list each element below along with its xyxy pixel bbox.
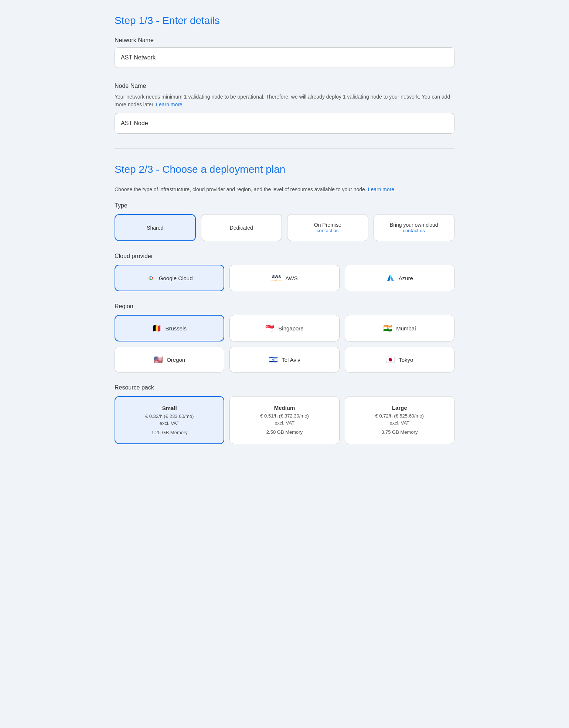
node-name-label: Node Name: [115, 83, 454, 89]
cloud-provider-label: Cloud provider: [115, 253, 454, 260]
medium-vat: excl. VAT: [275, 420, 294, 426]
step2-section: Step 2/3 - Choose a deployment plan Choo…: [115, 164, 454, 444]
resource-pack-options: Small € 0.32/h (€ 233.60/mo) excl. VAT 1…: [115, 396, 454, 444]
step-divider: [115, 148, 454, 149]
region-brussels-button[interactable]: 🇧🇪 Brussels: [115, 315, 224, 341]
byoc-contact-link[interactable]: contact us: [403, 228, 425, 233]
tokyo-label: Tokyo: [399, 357, 413, 363]
azure-icon: [386, 274, 395, 282]
network-name-input[interactable]: [115, 47, 454, 68]
node-name-learn-more-link[interactable]: Learn more: [156, 102, 183, 107]
type-options: Shared Dedicated On Premise contact us B…: [115, 214, 454, 241]
tokyo-flag: 🇯🇵: [386, 355, 395, 364]
step2-description: Choose the type of infrastructure, cloud…: [115, 186, 454, 193]
large-price: € 0.72/h (€ 525.60/mo): [375, 413, 424, 419]
step2-title: Step 2/3 - Choose a deployment plan: [115, 164, 454, 175]
type-byoc-button[interactable]: Bring your own cloud contact us: [374, 214, 455, 241]
small-name: Small: [162, 405, 177, 411]
google-cloud-label: Google Cloud: [159, 275, 193, 281]
step1-section: Step 1/3 - Enter details Network Name No…: [115, 15, 454, 134]
singapore-flag: 🇸🇬: [265, 324, 275, 333]
oregon-flag: 🇺🇸: [154, 355, 163, 364]
region-singapore-button[interactable]: 🇸🇬 Singapore: [229, 315, 339, 341]
tel-aviv-flag: 🇮🇱: [269, 355, 278, 364]
on-premise-contact-link[interactable]: contact us: [317, 228, 338, 233]
tel-aviv-label: Tel Aviv: [282, 357, 300, 363]
node-name-input[interactable]: [115, 113, 454, 134]
type-on-premise-button[interactable]: On Premise contact us: [287, 214, 368, 241]
cloud-google-button[interactable]: Google Cloud: [115, 265, 224, 291]
step1-title: Step 1/3 - Enter details: [115, 15, 454, 27]
node-name-helper: Your network needs minimum 1 validating …: [115, 93, 454, 109]
type-shared-button[interactable]: Shared: [115, 214, 196, 241]
region-tel-aviv-button[interactable]: 🇮🇱 Tel Aviv: [229, 347, 339, 372]
brussels-flag: 🇧🇪: [152, 324, 161, 333]
type-dedicated-button[interactable]: Dedicated: [201, 214, 282, 241]
region-oregon-button[interactable]: 🇺🇸 Oregon: [115, 347, 224, 372]
resource-small-button[interactable]: Small € 0.32/h (€ 233.60/mo) excl. VAT 1…: [115, 396, 224, 444]
google-cloud-icon: [146, 274, 155, 282]
cloud-azure-button[interactable]: Azure: [345, 265, 454, 291]
network-name-section: Network Name: [115, 37, 454, 68]
azure-label: Azure: [399, 275, 413, 281]
cloud-provider-options: Google Cloud aws ―⬏― AWS Azure: [115, 265, 454, 291]
small-vat: excl. VAT: [160, 420, 180, 426]
region-mumbai-button[interactable]: 🇮🇳 Mumbai: [345, 315, 454, 341]
region-label: Region: [115, 303, 454, 310]
network-name-label: Network Name: [115, 37, 454, 44]
resource-medium-button[interactable]: Medium € 0.51/h (€ 372.30/mo) excl. VAT …: [229, 396, 339, 444]
singapore-label: Singapore: [278, 325, 303, 332]
resource-pack-label: Resource pack: [115, 384, 454, 391]
node-name-section: Node Name Your network needs minimum 1 v…: [115, 83, 454, 134]
region-options: 🇧🇪 Brussels 🇸🇬 Singapore 🇮🇳 Mumbai 🇺🇸 Or…: [115, 315, 454, 372]
medium-price: € 0.51/h (€ 372.30/mo): [260, 413, 309, 419]
region-tokyo-button[interactable]: 🇯🇵 Tokyo: [345, 347, 454, 372]
aws-icon: aws ―⬏―: [271, 274, 282, 282]
small-price: € 0.32/h (€ 233.60/mo): [145, 413, 194, 419]
aws-label: AWS: [285, 275, 298, 281]
medium-name: Medium: [274, 405, 295, 411]
mumbai-label: Mumbai: [396, 325, 416, 332]
medium-memory: 2.50 GB Memory: [266, 429, 303, 435]
mumbai-flag: 🇮🇳: [383, 324, 392, 333]
resource-large-button[interactable]: Large € 0.72/h (€ 525.60/mo) excl. VAT 3…: [345, 396, 454, 444]
large-vat: excl. VAT: [389, 420, 409, 426]
large-memory: 3.75 GB Memory: [381, 429, 418, 435]
type-label: Type: [115, 202, 454, 209]
large-name: Large: [392, 405, 407, 411]
small-memory: 1.25 GB Memory: [151, 430, 188, 435]
step2-learn-more-link[interactable]: Learn more: [368, 186, 395, 192]
oregon-label: Oregon: [167, 357, 185, 363]
cloud-aws-button[interactable]: aws ―⬏― AWS: [229, 265, 339, 291]
brussels-label: Brussels: [165, 325, 187, 332]
